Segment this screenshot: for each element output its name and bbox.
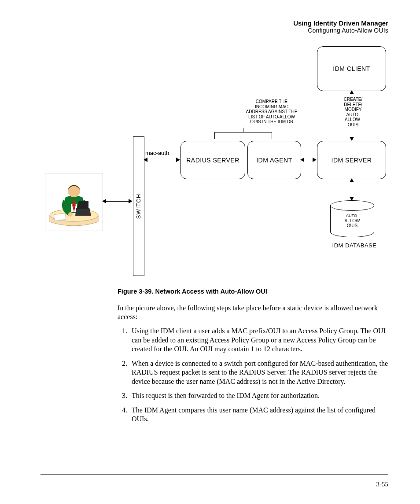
switch-box: SWITCH [133,136,144,276]
create-annotation: CREATE/DELETE/MODIFYAUTO-ALLOW-OUIS [341,97,365,127]
switch-label: SWITCH [136,194,142,219]
step-item: When a device is connected to a switch p… [129,359,388,386]
step-item: Using the IDM client a user adds a MAC p… [129,327,388,353]
idm-server-box: IDM SERVER [317,141,386,179]
idm-client-box: IDM CLIENT [317,46,386,91]
radius-server-box: RADIUS SERVER [181,141,245,179]
mac-auth-label: mac-auth [145,150,169,156]
radius-server-label: RADIUS SERVER [186,157,239,164]
idm-server-label: IDM SERVER [332,157,372,164]
svg-rect-5 [54,213,66,221]
network-diagram: SWITCH IDM CLIENT RADIUS SERVER IDM AGEN… [45,46,384,280]
page-number: 3-55 [376,481,389,488]
body-content: Figure 3-39. Network Access with Auto-Al… [118,287,388,424]
idm-client-label: IDM CLIENT [333,65,370,72]
header-title: Using Identity Driven Manager [41,19,388,27]
user-icon [45,173,103,231]
svg-point-2 [68,185,80,197]
footer-rule [41,475,388,475]
intro-text: In the picture above, the following step… [118,304,388,322]
compare-annotation: COMPARE THEINCOMING MACADDRESS AGAINST T… [239,99,305,125]
step-item: This request is then forwarded to the ID… [129,391,388,400]
svg-point-3 [68,212,73,217]
idm-database: AUTO- ALLOW OUIS IDM DATABASE [330,200,373,240]
figure-caption: Figure 3-39. Network Access with Auto-Al… [118,287,388,296]
step-item: The IDM Agent compares this user name (M… [129,406,388,424]
idm-agent-label: IDM AGENT [256,157,292,164]
idm-agent-box: IDM AGENT [247,141,301,179]
page-header: Using Identity Driven Manager Configurin… [41,19,388,34]
idm-database-label: IDM DATABASE [321,242,387,249]
steps-list: Using the IDM client a user adds a MAC p… [118,327,388,423]
header-subtitle: Configuring Auto-Allow OUIs [41,27,388,34]
